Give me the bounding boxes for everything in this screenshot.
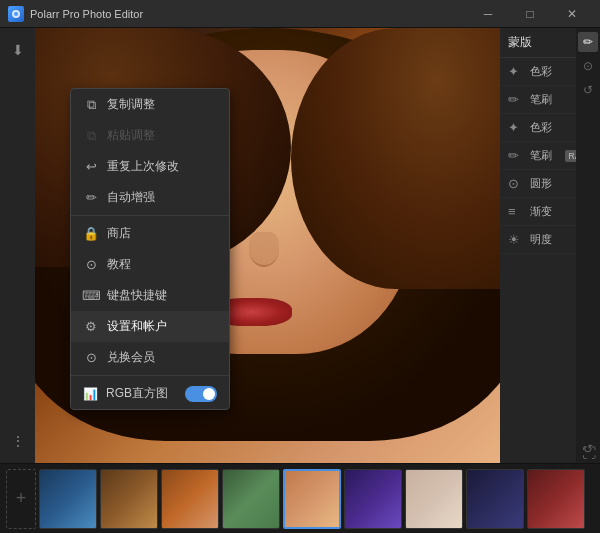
toggle-knob xyxy=(203,388,215,400)
menu-item-paste-adjust-label: 粘贴调整 xyxy=(107,127,155,144)
menu-item-redeem[interactable]: ⊙ 兑换会员 xyxy=(71,342,229,373)
shop-icon: 🔒 xyxy=(83,226,99,242)
menu-item-redo-edit[interactable]: ↩ 重复上次修改 xyxy=(71,151,229,182)
app-icon xyxy=(8,6,24,22)
menu-divider-1 xyxy=(71,215,229,216)
film-thumb-active[interactable] xyxy=(283,469,341,529)
brush2-label: 笔刷 xyxy=(530,148,559,163)
redeem-icon: ⊙ xyxy=(83,350,99,366)
color-icon-1: ✦ xyxy=(508,64,524,79)
right-panel: 蒙版 ⬆ ✦ 色彩 1 ✏ 笔刷 2 ✦ 色彩 ✏ 笔刷 RAW ⊙ 圆形 ≡ xyxy=(500,28,600,463)
edit-tool-active[interactable]: ✏ xyxy=(578,32,598,52)
svg-point-1 xyxy=(14,12,18,16)
menu-item-keyboard[interactable]: ⌨ 键盘快捷键 xyxy=(71,280,229,311)
panel-title: 蒙版 xyxy=(508,34,532,51)
corner-icon[interactable]: ⛶ xyxy=(582,445,596,461)
menu-item-copy-adjust-label: 复制调整 xyxy=(107,96,155,113)
brush-icon-1: ✏ xyxy=(508,92,524,107)
rgb-histogram-toggle[interactable]: 📊 RGB直方图 xyxy=(71,378,229,409)
film-thumb-6[interactable] xyxy=(466,469,524,529)
histogram-icon: 📊 xyxy=(83,387,98,401)
rotate-tool[interactable]: ↺ xyxy=(578,80,598,100)
thumb-image-7 xyxy=(528,470,584,528)
menu-item-paste-adjust[interactable]: ⧉ 粘贴调整 xyxy=(71,120,229,151)
thumb-image-0 xyxy=(40,470,96,528)
redo-icon: ↩ xyxy=(83,159,99,175)
menu-item-auto-enhance[interactable]: ✏ 自动增强 xyxy=(71,182,229,213)
title-bar: Polarr Pro Photo Editor ─ □ ✕ xyxy=(0,0,600,28)
menu-item-tutorial-label: 教程 xyxy=(107,256,131,273)
film-thumb-5[interactable] xyxy=(405,469,463,529)
thumb-image-2 xyxy=(162,470,218,528)
title-controls: ─ □ ✕ xyxy=(468,0,592,28)
context-menu: ⧉ 复制调整 ⧉ 粘贴调整 ↩ 重复上次修改 ✏ 自动增强 🔒 商店 ⊙ xyxy=(70,88,230,410)
canvas-area: ⧉ 复制调整 ⧉ 粘贴调整 ↩ 重复上次修改 ✏ 自动增强 🔒 商店 ⊙ xyxy=(35,28,500,463)
film-thumb-2[interactable] xyxy=(161,469,219,529)
left-toolbar: ⬇ ⋮ xyxy=(0,28,35,463)
add-photo-button[interactable]: + xyxy=(6,469,36,529)
minimize-button[interactable]: ─ xyxy=(468,0,508,28)
brush-icon-2: ✏ xyxy=(508,148,524,163)
menu-item-settings-label: 设置和帐户 xyxy=(107,318,167,335)
paste-icon: ⧉ xyxy=(83,128,99,144)
eye-tool[interactable]: ⊙ xyxy=(578,56,598,76)
menu-item-redo-edit-label: 重复上次修改 xyxy=(107,158,179,175)
close-button[interactable]: ✕ xyxy=(552,0,592,28)
menu-divider-2 xyxy=(71,375,229,376)
thumb-image-4 xyxy=(345,470,401,528)
menu-item-tutorial[interactable]: ⊙ 教程 xyxy=(71,249,229,280)
menu-item-settings[interactable]: ⚙ 设置和帐户 xyxy=(71,311,229,342)
menu-item-copy-adjust[interactable]: ⧉ 复制调整 xyxy=(71,89,229,120)
settings-icon: ⚙ xyxy=(83,319,99,335)
maximize-button[interactable]: □ xyxy=(510,0,550,28)
toggle-switch[interactable] xyxy=(185,386,217,402)
hair-right xyxy=(291,28,500,289)
right-side-tools: ✏ ⊙ ↺ ↺ xyxy=(576,28,600,463)
toggle-label-group: 📊 RGB直方图 xyxy=(83,385,168,402)
thumb-image-5 xyxy=(406,470,462,528)
film-thumb-4[interactable] xyxy=(344,469,402,529)
copy-icon: ⧉ xyxy=(83,97,99,113)
thumb-image-3 xyxy=(223,470,279,528)
dots-menu-icon[interactable]: ⋮ xyxy=(4,427,32,455)
filmstrip: + xyxy=(0,463,600,533)
main-layout: ⬇ ⋮ ⧉ 复制调整 xyxy=(0,28,600,463)
menu-item-redeem-label: 兑换会员 xyxy=(107,349,155,366)
menu-item-shop[interactable]: 🔒 商店 xyxy=(71,218,229,249)
thumb-image-active xyxy=(285,471,339,527)
gradient-icon: ≡ xyxy=(508,204,524,219)
thumb-image-1 xyxy=(101,470,157,528)
color-icon-2: ✦ xyxy=(508,120,524,135)
rgb-histogram-label: RGB直方图 xyxy=(106,385,168,402)
menu-item-auto-enhance-label: 自动增强 xyxy=(107,189,155,206)
app-title: Polarr Pro Photo Editor xyxy=(30,8,143,20)
thumb-image-6 xyxy=(467,470,523,528)
film-thumb-3[interactable] xyxy=(222,469,280,529)
menu-item-shop-label: 商店 xyxy=(107,225,131,242)
brightness-icon: ☀ xyxy=(508,232,524,247)
download-icon[interactable]: ⬇ xyxy=(4,36,32,64)
film-thumb-1[interactable] xyxy=(100,469,158,529)
enhance-icon: ✏ xyxy=(83,190,99,206)
menu-item-keyboard-label: 键盘快捷键 xyxy=(107,287,167,304)
tutorial-icon: ⊙ xyxy=(83,257,99,273)
title-bar-left: Polarr Pro Photo Editor xyxy=(8,6,143,22)
keyboard-icon: ⌨ xyxy=(83,288,99,304)
film-thumb-7[interactable] xyxy=(527,469,585,529)
circle-icon: ⊙ xyxy=(508,176,524,191)
film-thumb-0[interactable] xyxy=(39,469,97,529)
